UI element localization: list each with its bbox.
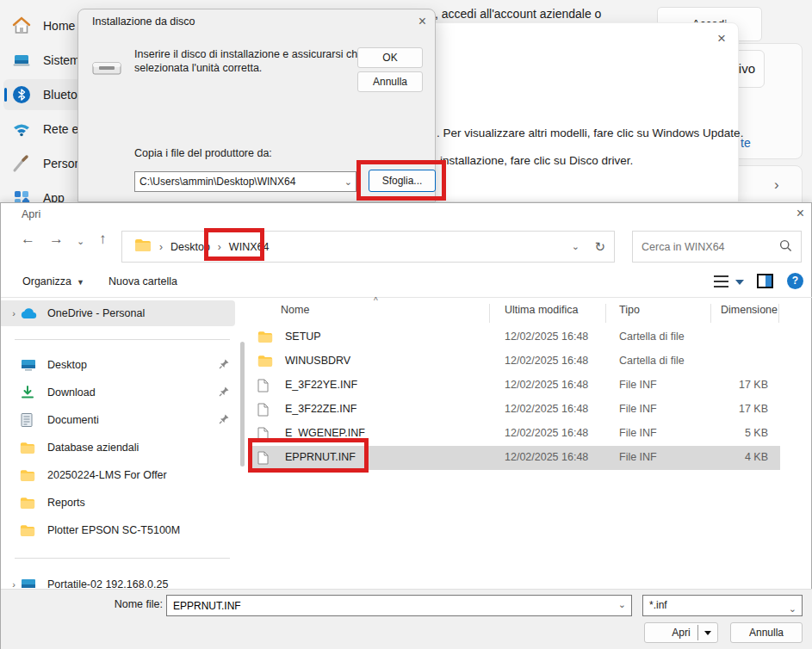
desktop-icon [20,577,37,589]
floppy-disk-icon [90,56,123,85]
source-path-combobox[interactable]: C:\Users\ammin\Desktop\WINX64 ⌄ [134,171,356,192]
nav-item-label: Desktop [47,359,87,371]
close-icon[interactable]: × [418,14,426,29]
nav-item-label: Reports [47,497,85,509]
file-name: E_WGENEP.INF [285,427,365,439]
table-row[interactable]: E_3F22ZE.INF12/02/2025 16:48File INF17 K… [251,398,780,422]
nav-item-label: 20250224-LMS For Offer [47,469,167,481]
file-type: File INF [619,451,657,463]
column-modified[interactable]: Ultima modifica [505,304,578,316]
documents-icon [20,412,37,428]
chevron-right-icon[interactable]: › [774,176,779,194]
table-row[interactable]: WINUSBDRV12/02/2025 16:48Cartella di fil… [251,349,780,374]
forward-icon[interactable]: → [49,231,64,248]
source-path-value: C:\Users\ammin\Desktop\WINX64 [139,176,295,188]
chevron-down-icon[interactable]: ⌄ [618,599,626,610]
chevron-down-icon[interactable]: ⌄ [344,172,352,191]
view-list-icon[interactable] [714,275,728,287]
folder-icon [257,331,273,346]
filename-combobox: ⌄ [166,595,632,616]
chevron-down-icon: ⌄ [789,599,797,619]
table-row[interactable]: E_3F22YE.INF12/02/2025 16:48File INF17 K… [251,374,780,398]
open-button[interactable]: Apri [644,622,718,643]
file-modified: 12/02/2025 16:48 [505,331,588,343]
file-type: File INF [619,403,657,415]
folder-icon [20,497,37,510]
navigation-pane: ›OneDrive - PersonalDesktopDownloadDocum… [1,299,248,589]
nav-item-20250224-lms-for-offer[interactable]: 20250224-LMS For Offer [1,462,235,488]
column-type[interactable]: Tipo [619,304,640,316]
annotation-box-browse [356,160,446,201]
nav-item-onedrive-personal[interactable]: ›OneDrive - Personal [1,300,235,326]
copy-from-label: Copia i file del produttore da: [134,147,272,159]
close-icon[interactable]: × [797,206,804,221]
nav-item-reports[interactable]: Reports [1,490,235,516]
cancel-button[interactable]: Annulla [730,622,803,643]
pin-icon [219,358,230,372]
column-name[interactable]: Nome [281,304,309,316]
file-type: Cartella di file [619,331,685,343]
file-modified: 12/02/2025 16:48 [505,427,588,439]
address-bar[interactable]: › Desktop › WINX64 ⌄ ↻ [121,231,615,263]
up-icon[interactable]: ↑ [99,231,107,248]
open-split-arrow-icon[interactable] [704,631,711,635]
close-icon[interactable]: × [717,30,726,47]
sort-asc-icon: ^ [374,296,378,306]
folder-icon [134,238,152,256]
filename-input[interactable] [167,596,611,615]
nav-item-portatile-02-192-168-0-25[interactable]: ›Portatile-02 192.168.0.25 [1,572,235,589]
file-size: 5 KB [678,427,768,439]
onedrive-cloud-icon [20,307,37,319]
table-row[interactable]: SETUP12/02/2025 16:48Cartella di file [251,325,780,349]
new-folder-button[interactable]: Nuova cartella [108,275,177,287]
cancel-button[interactable]: Annulla [357,71,423,92]
ok-button[interactable]: OK [357,47,423,68]
file-modified: 12/02/2025 16:48 [505,403,588,415]
nav-item-desktop[interactable]: Desktop [1,352,235,378]
back-icon[interactable]: ← [21,231,35,248]
bluetooth-icon [12,85,31,104]
address-chevron-icon[interactable]: ⌄ [572,241,580,252]
driver-dialog-line1: . Per visualizzare altri modelli, fare c… [437,127,743,139]
column-size[interactable]: Dimensione [721,304,778,316]
file-name: E_3F22YE.INF [285,379,357,391]
file-size: 17 KB [678,379,768,391]
file-type: File INF [619,379,657,391]
nav-item-label: Documenti [47,414,99,426]
view-dropdown-icon[interactable] [735,280,744,285]
file-modified: 12/02/2025 16:48 [505,379,588,391]
sidebar-item-label: Home [43,19,75,33]
organize-menu[interactable]: Organizza▼ [22,275,84,287]
window-title: Apri [22,208,40,220]
filetype-select[interactable]: *.inf ⌄ [642,595,803,616]
help-icon[interactable]: ? [787,273,803,289]
folder-icon [20,442,37,454]
file-type: Cartella di file [619,355,685,367]
file-name: E_3F22ZE.INF [285,403,356,415]
system-icon [12,51,31,70]
nav-item-label: OneDrive - Personal [47,307,145,319]
nav-item-download[interactable]: Download [1,380,235,405]
preview-pane-icon[interactable] [757,274,773,288]
expander-chevron-icon[interactable]: › [1,308,20,318]
file-size: 4 KB [678,451,768,463]
search-box [632,231,802,263]
nav-scrollbar[interactable] [240,342,245,467]
history-chevron-icon[interactable]: ⌄ [77,236,84,247]
breadcrumb-sep-icon: › [159,241,163,253]
dialog-message: Inserire il disco di installazione e ass… [134,47,381,75]
nav-item-database-aziendali[interactable]: Database aziendali [1,435,235,460]
folder-icon [20,524,37,537]
nav-item-documenti[interactable]: Documenti [1,407,235,433]
divider [15,558,230,559]
dialog-title: Installazione da disco [92,15,195,28]
nav-item-plotter-epson-sc-t5100m[interactable]: Plotter EPSON SC-T5100M [1,517,235,543]
desktop-icon [20,357,37,373]
search-input[interactable] [633,232,778,262]
search-icon[interactable] [779,239,792,256]
pin-icon [219,386,230,399]
refresh-icon[interactable]: ↻ [594,239,605,255]
file-icon [257,379,269,395]
expander-chevron-icon[interactable]: › [1,579,20,589]
annotation-box-epprnut [248,438,369,473]
